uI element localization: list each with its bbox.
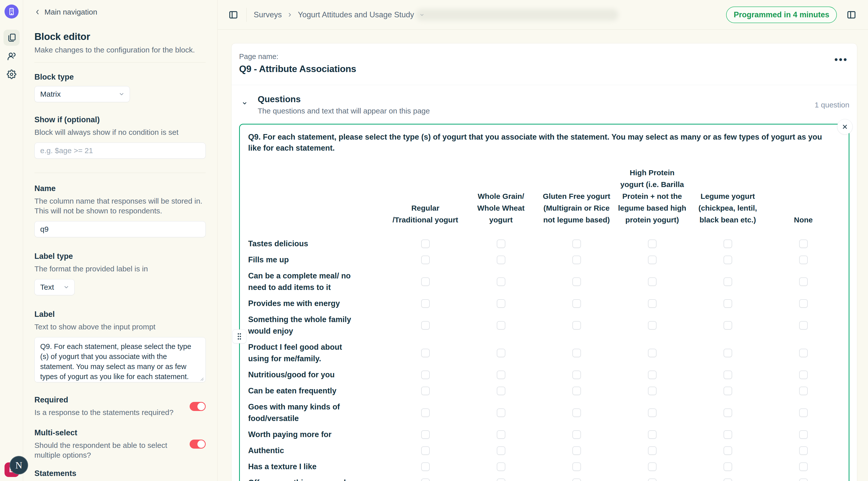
matrix-checkbox[interactable] [497,409,505,417]
matrix-checkbox[interactable] [723,371,732,379]
matrix-checkbox[interactable] [421,256,430,264]
collapse-questions-button[interactable] [239,98,250,109]
matrix-checkbox[interactable] [648,299,656,308]
matrix-checkbox[interactable] [421,349,430,357]
matrix-checkbox[interactable] [497,278,505,286]
matrix-checkbox[interactable] [648,349,656,357]
block-type-select[interactable]: Matrix [34,86,130,102]
matrix-checkbox[interactable] [421,409,430,417]
matrix-checkbox[interactable] [421,462,430,471]
matrix-checkbox[interactable] [799,409,808,417]
matrix-checkbox[interactable] [799,430,808,439]
matrix-checkbox[interactable] [421,371,430,379]
matrix-checkbox[interactable] [497,446,505,455]
matrix-checkbox[interactable] [572,256,581,264]
required-toggle[interactable] [190,402,206,411]
nav-surveys[interactable] [3,30,20,46]
matrix-checkbox[interactable] [799,446,808,455]
label-textarea[interactable]: Q9. For each statement, please select th… [34,337,206,382]
avatar-n[interactable]: N [9,456,28,475]
matrix-checkbox[interactable] [497,430,505,439]
matrix-checkbox[interactable] [648,409,656,417]
breadcrumb-study[interactable]: Yogurt Attitudes and Usage Study [298,10,414,19]
matrix-checkbox[interactable] [497,321,505,330]
matrix-checkbox[interactable] [648,278,656,286]
drag-handle[interactable] [232,329,246,344]
label-type-select[interactable]: Text [34,279,74,295]
matrix-checkbox[interactable] [497,371,505,379]
matrix-checkbox[interactable] [421,239,430,248]
matrix-checkbox[interactable] [648,479,656,481]
matrix-checkbox[interactable] [723,299,732,308]
matrix-checkbox[interactable] [572,299,581,308]
matrix-checkbox[interactable] [799,387,808,395]
matrix-checkbox[interactable] [421,299,430,308]
remove-question-button[interactable] [837,119,853,134]
page-menu-button[interactable]: ••• [833,53,849,67]
matrix-checkbox[interactable] [497,479,505,481]
matrix-checkbox[interactable] [421,479,430,481]
matrix-checkbox[interactable] [572,462,581,471]
matrix-checkbox[interactable] [799,278,808,286]
matrix-checkbox[interactable] [421,430,430,439]
matrix-checkbox[interactable] [497,387,505,395]
matrix-checkbox[interactable] [723,349,732,357]
collapse-sidebar-button[interactable] [227,9,239,21]
matrix-checkbox[interactable] [799,349,808,357]
matrix-checkbox[interactable] [723,462,732,471]
name-input[interactable] [34,221,206,237]
matrix-checkbox[interactable] [799,239,808,248]
matrix-checkbox[interactable] [648,462,656,471]
nav-settings[interactable] [3,66,20,82]
matrix-checkbox[interactable] [723,409,732,417]
multi-select-toggle[interactable] [190,440,206,449]
matrix-checkbox[interactable] [799,479,808,481]
matrix-checkbox[interactable] [648,430,656,439]
matrix-checkbox[interactable] [572,278,581,286]
matrix-checkbox[interactable] [497,239,505,248]
nav-audience[interactable] [3,48,20,64]
matrix-checkbox[interactable] [572,239,581,248]
matrix-checkbox[interactable] [723,256,732,264]
matrix-checkbox[interactable] [572,371,581,379]
matrix-checkbox[interactable] [497,349,505,357]
matrix-checkbox[interactable] [723,239,732,248]
matrix-checkbox[interactable] [723,278,732,286]
show-if-input[interactable] [34,142,206,159]
app-logo[interactable] [4,4,19,19]
matrix-checkbox[interactable] [572,430,581,439]
matrix-checkbox[interactable] [497,256,505,264]
matrix-checkbox[interactable] [799,299,808,308]
resize-handle-icon[interactable] [200,377,204,381]
matrix-checkbox[interactable] [799,256,808,264]
matrix-checkbox[interactable] [723,321,732,330]
matrix-checkbox[interactable] [799,462,808,471]
question-block[interactable]: Q9. For each statement, please select th… [239,124,849,481]
matrix-checkbox[interactable] [648,321,656,330]
matrix-checkbox[interactable] [421,321,430,330]
matrix-checkbox[interactable] [421,387,430,395]
matrix-checkbox[interactable] [497,299,505,308]
matrix-checkbox[interactable] [572,446,581,455]
matrix-checkbox[interactable] [572,349,581,357]
matrix-checkbox[interactable] [572,409,581,417]
matrix-checkbox[interactable] [421,278,430,286]
matrix-checkbox[interactable] [799,321,808,330]
matrix-checkbox[interactable] [572,479,581,481]
matrix-checkbox[interactable] [723,430,732,439]
matrix-checkbox[interactable] [648,256,656,264]
matrix-checkbox[interactable] [799,371,808,379]
toggle-right-panel-button[interactable] [845,9,858,21]
matrix-checkbox[interactable] [723,387,732,395]
matrix-checkbox[interactable] [723,479,732,481]
matrix-checkbox[interactable] [648,387,656,395]
matrix-checkbox[interactable] [497,462,505,471]
matrix-checkbox[interactable] [648,239,656,248]
back-to-main-navigation[interactable]: Main navigation [34,7,206,17]
matrix-checkbox[interactable] [648,371,656,379]
matrix-checkbox[interactable] [572,321,581,330]
matrix-checkbox[interactable] [723,446,732,455]
matrix-checkbox[interactable] [421,446,430,455]
breadcrumb-surveys[interactable]: Surveys [254,10,282,19]
matrix-checkbox[interactable] [648,446,656,455]
